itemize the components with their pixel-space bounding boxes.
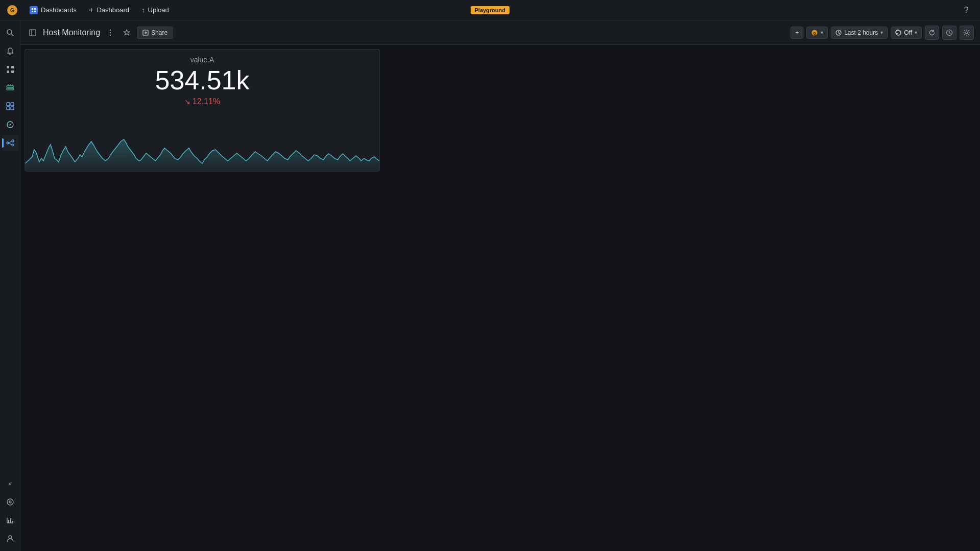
dashboard-label: Dashboard (97, 6, 129, 14)
svg-rect-9 (11, 66, 14, 68)
sparkline-chart (25, 130, 379, 171)
svg-rect-12 (7, 86, 14, 87)
top-bar-right: ? (959, 3, 974, 18)
main-layout: » (0, 20, 980, 551)
header-right-controls: + G ▾ Last 2 hours ▾ (791, 26, 974, 40)
metric-value: 534.51k (155, 66, 249, 95)
svg-rect-32 (10, 518, 11, 523)
svg-rect-3 (34, 8, 36, 10)
add-panel-button[interactable]: + (791, 27, 803, 39)
svg-rect-13 (7, 88, 14, 90)
svg-text:G: G (813, 31, 816, 35)
svg-point-44 (896, 30, 901, 35)
time-range-button[interactable]: Last 2 hours ▾ (831, 27, 888, 39)
sidebar-item-search[interactable] (2, 25, 18, 41)
grafana-logo[interactable]: G (6, 4, 18, 16)
content-area: Host Monitoring Share (20, 20, 980, 551)
sidebar-item-connections[interactable] (2, 135, 18, 151)
share-button[interactable]: Share (137, 27, 173, 39)
top-bar-left: G Dashboards + Dashboard ↑ Upload (6, 4, 174, 17)
svg-rect-8 (7, 66, 9, 68)
sidebar-item-explore[interactable] (2, 116, 18, 133)
svg-text:G: G (10, 8, 14, 13)
sidebar-chart-button[interactable] (2, 512, 18, 529)
svg-point-24 (12, 144, 14, 146)
sidebar-bottom: » (2, 475, 18, 547)
svg-point-22 (7, 142, 9, 144)
dashboard-menu-button[interactable] (104, 27, 116, 39)
sidebar-expand-button[interactable]: » (2, 475, 18, 492)
svg-point-46 (966, 32, 968, 34)
dashboard-star-button[interactable] (121, 27, 133, 39)
svg-line-25 (9, 141, 12, 143)
sidebar-item-dashboards[interactable] (2, 98, 18, 114)
sidebar-user-button[interactable] (2, 531, 18, 547)
add-icon: + (795, 29, 799, 36)
upload-icon: ↑ (141, 6, 145, 14)
svg-rect-35 (30, 30, 36, 36)
sidebar-item-alerts[interactable] (2, 43, 18, 59)
metric-change-value: 12.11% (193, 97, 220, 106)
svg-point-38 (110, 32, 111, 33)
svg-rect-18 (11, 103, 14, 106)
svg-point-23 (12, 140, 14, 142)
sidebar-settings-button[interactable] (2, 494, 18, 510)
svg-line-7 (11, 34, 13, 36)
svg-line-26 (9, 143, 12, 145)
settings-button[interactable] (960, 26, 974, 40)
svg-point-37 (110, 29, 111, 30)
playground-badge: Playground (470, 6, 510, 14)
metric-label: value.A (190, 56, 214, 64)
dashboards-icon (30, 6, 38, 14)
svg-rect-10 (7, 70, 9, 73)
svg-rect-31 (8, 520, 9, 523)
dashboards-nav-button[interactable]: Dashboards (25, 4, 82, 16)
new-dashboard-button[interactable]: + Dashboard (84, 4, 134, 17)
svg-rect-17 (7, 103, 10, 106)
dashboard-title: Host Monitoring (43, 28, 100, 37)
sidebar-item-apps[interactable] (2, 61, 18, 78)
left-sidebar: » (0, 20, 20, 551)
dashboard-header: Host Monitoring Share (20, 20, 980, 45)
svg-rect-20 (11, 107, 14, 110)
auto-refresh-label: Off (904, 29, 912, 36)
upload-label: Upload (148, 6, 169, 14)
sidebar-item-stacks[interactable] (2, 80, 18, 96)
grafana-icon-button[interactable]: G ▾ (806, 27, 828, 39)
help-button[interactable]: ? (959, 3, 974, 18)
dashboard-canvas: value.A 534.51k ↘ 12.11% (20, 45, 980, 551)
top-bar: G Dashboards + Dashboard ↑ Upload Playgr… (0, 0, 980, 20)
plus-icon: + (89, 6, 93, 15)
metric-change: ↘ 12.11% (184, 97, 220, 106)
sparkline-area (25, 130, 379, 171)
stat-panel-widget: value.A 534.51k ↘ 12.11% (25, 49, 380, 172)
change-arrow-icon: ↘ (184, 98, 190, 106)
svg-rect-2 (32, 8, 33, 10)
svg-point-27 (7, 499, 13, 505)
share-label: Share (151, 29, 168, 36)
auto-refresh-chevron: ▾ (915, 30, 917, 35)
upload-button[interactable]: ↑ Upload (136, 4, 174, 16)
auto-refresh-button[interactable]: Off ▾ (891, 27, 922, 39)
svg-point-39 (110, 34, 111, 35)
svg-rect-4 (32, 11, 33, 12)
svg-rect-19 (7, 107, 10, 110)
svg-rect-33 (12, 521, 13, 523)
svg-rect-11 (11, 70, 14, 73)
svg-point-28 (9, 501, 11, 503)
refresh-button[interactable] (925, 26, 939, 40)
svg-point-34 (9, 536, 12, 539)
grafana-dropdown-chevron: ▾ (821, 30, 823, 35)
dashboards-label: Dashboards (41, 6, 77, 14)
time-range-label: Last 2 hours (844, 29, 878, 36)
svg-rect-5 (34, 11, 36, 12)
sidebar-toggle-button[interactable] (27, 27, 39, 39)
history-button[interactable] (942, 26, 957, 40)
time-range-chevron: ▾ (880, 30, 883, 35)
